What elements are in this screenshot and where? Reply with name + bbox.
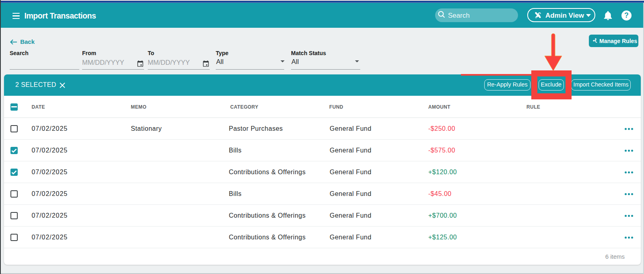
svg-text:?: ? bbox=[624, 11, 629, 19]
